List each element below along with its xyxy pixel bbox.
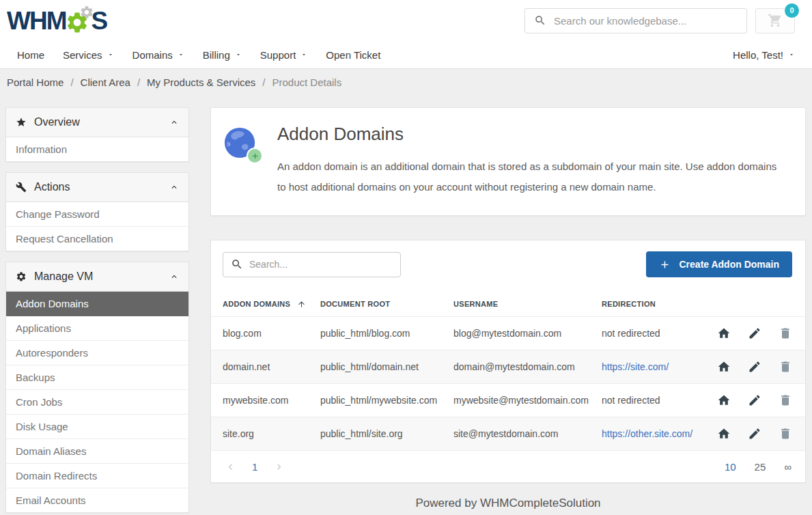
- plus-badge-icon: [247, 148, 263, 164]
- column-addon-domains[interactable]: ADDON DOMAINS: [223, 300, 320, 309]
- plus-icon: [659, 259, 671, 270]
- chevron-up-icon: [169, 117, 179, 127]
- create-addon-domain-button[interactable]: Create Addon Domain: [646, 251, 793, 277]
- page-size-10[interactable]: 10: [725, 461, 736, 473]
- breadcrumb-client-area[interactable]: Client Area: [81, 76, 130, 88]
- nav-item-support[interactable]: Support: [260, 49, 308, 61]
- sidebar-item-domain-aliases[interactable]: Domain Aliases: [6, 439, 188, 464]
- nav-item-open-ticket[interactable]: Open Ticket: [326, 49, 380, 61]
- cart-icon: [768, 13, 783, 28]
- cell-username: mywebsite@mytestdomain.com: [453, 395, 602, 406]
- edit-icon[interactable]: [748, 360, 761, 374]
- edit-icon[interactable]: [748, 393, 761, 407]
- row-actions: [714, 326, 794, 340]
- panel-manage-vm-header[interactable]: Manage VM: [6, 262, 188, 292]
- content: Overview Information Actions Change Pass…: [0, 96, 812, 515]
- cell-document-root: public_html/blog.com: [320, 328, 453, 339]
- page-size-25[interactable]: 25: [755, 461, 766, 473]
- cell-document-root: public_html/mywebsite.com: [320, 395, 453, 406]
- page-size-all-infinity-icon[interactable]: ∞: [784, 461, 792, 473]
- sidebar-item-information[interactable]: Information: [6, 137, 188, 161]
- delete-icon[interactable]: [779, 326, 792, 340]
- panel-title: Manage VM: [34, 270, 93, 283]
- whmcs-logo[interactable]: WHM S: [7, 6, 107, 35]
- table-row: blog.com public_html/blog.com blog@mytes…: [211, 317, 805, 350]
- redirection-link[interactable]: https://site.com/: [602, 361, 669, 372]
- column-document-root[interactable]: DOCUMENT ROOT: [320, 300, 453, 308]
- delete-icon[interactable]: [779, 360, 792, 374]
- sidebar-item-request-cancellation[interactable]: Request Cancellation: [6, 227, 188, 251]
- sidebar-item-backups[interactable]: Backups: [6, 365, 188, 390]
- cell-redirection: not redirected: [602, 328, 714, 339]
- page-title: Addon Domains: [277, 124, 786, 145]
- cell-domain: blog.com: [223, 328, 320, 339]
- knowledgebase-search-input[interactable]: [554, 15, 738, 27]
- cell-redirection: not redirected: [602, 395, 714, 406]
- page-description: An addon domain is an additional domain …: [277, 156, 786, 197]
- breadcrumb-product-details: Product Details: [272, 76, 341, 88]
- caret-down-icon: [300, 51, 307, 58]
- home-icon[interactable]: [717, 326, 731, 340]
- table-row: mywebsite.com public_html/mywebsite.com …: [211, 384, 805, 417]
- column-username[interactable]: USERNAME: [453, 300, 602, 308]
- account-menu[interactable]: Hello, Test!: [733, 49, 795, 61]
- sidebar-item-domain-redirects[interactable]: Domain Redirects: [6, 464, 188, 488]
- gear-icon-small: [79, 5, 94, 20]
- panel-title: Overview: [34, 116, 80, 128]
- sidebar-item-addon-domains[interactable]: Addon Domains: [6, 292, 188, 316]
- nav-item-billing[interactable]: Billing: [203, 49, 242, 61]
- main-column: Addon Domains An addon domain is an addi…: [210, 107, 806, 510]
- caret-down-icon: [178, 51, 184, 58]
- breadcrumb-portal-home[interactable]: Portal Home: [7, 76, 64, 88]
- panel-title: Actions: [34, 181, 70, 193]
- sidebar-item-cron-jobs[interactable]: Cron Jobs: [6, 390, 188, 415]
- cell-domain: domain.net: [223, 361, 320, 372]
- panel-actions-header[interactable]: Actions: [6, 173, 188, 202]
- caret-down-icon: [788, 51, 795, 58]
- table-toolbar: Create Addon Domain: [211, 251, 805, 277]
- home-icon[interactable]: [717, 360, 731, 374]
- row-actions: [714, 360, 794, 374]
- table-row: domain.net public_html/domain.net domain…: [211, 350, 805, 384]
- caret-down-icon: [107, 51, 114, 58]
- search-icon: [534, 14, 546, 27]
- caret-down-icon: [235, 51, 242, 58]
- addon-domains-card: Create Addon Domain ADDON DOMAINS DOCUME…: [210, 240, 806, 483]
- panel-overview-header[interactable]: Overview: [6, 108, 188, 137]
- redirection-link[interactable]: https://other.site.com/: [602, 428, 692, 439]
- nav-item-services[interactable]: Services: [63, 49, 114, 61]
- sidebar: Overview Information Actions Change Pass…: [5, 107, 189, 515]
- chevron-right-icon[interactable]: [273, 461, 285, 473]
- nav-item-home[interactable]: Home: [17, 49, 44, 61]
- chevron-up-icon: [169, 182, 179, 192]
- logo-gears: [65, 6, 92, 35]
- delete-icon[interactable]: [779, 427, 792, 441]
- home-icon[interactable]: [717, 393, 731, 407]
- cell-domain: site.org: [223, 428, 320, 439]
- table-pagination: 1 10 25 ∞: [211, 451, 805, 482]
- breadcrumb-my-products[interactable]: My Products & Services: [147, 76, 255, 88]
- main-nav: Home Services Domains Billing Support Op…: [0, 41, 812, 69]
- sidebar-item-disk-usage[interactable]: Disk Usage: [6, 415, 188, 439]
- sidebar-item-applications[interactable]: Applications: [6, 316, 188, 341]
- page-number[interactable]: 1: [252, 461, 257, 473]
- chevron-up-icon: [169, 272, 179, 281]
- top-header: WHM S 0: [0, 0, 812, 41]
- home-icon[interactable]: [717, 427, 731, 441]
- cart-badge: 0: [785, 3, 799, 18]
- chevron-left-icon[interactable]: [225, 461, 236, 473]
- table-search-input[interactable]: [249, 259, 393, 270]
- sidebar-item-email-accounts[interactable]: Email Accounts: [6, 488, 188, 512]
- edit-icon[interactable]: [748, 326, 761, 340]
- nav-item-domains[interactable]: Domains: [132, 49, 184, 61]
- logo-text-whm: WHM: [7, 8, 66, 33]
- delete-icon[interactable]: [779, 393, 792, 407]
- wrench-icon: [16, 182, 27, 193]
- column-redirection[interactable]: REDIRECTION: [602, 300, 714, 308]
- sidebar-item-change-password[interactable]: Change Password: [6, 202, 188, 227]
- cell-document-root: public_html/site.org: [320, 428, 453, 439]
- cart-button[interactable]: 0: [755, 8, 795, 33]
- edit-icon[interactable]: [748, 427, 761, 441]
- sidebar-item-autoresponders[interactable]: Autoresponders: [6, 341, 188, 365]
- panel-overview: Overview Information: [5, 107, 189, 162]
